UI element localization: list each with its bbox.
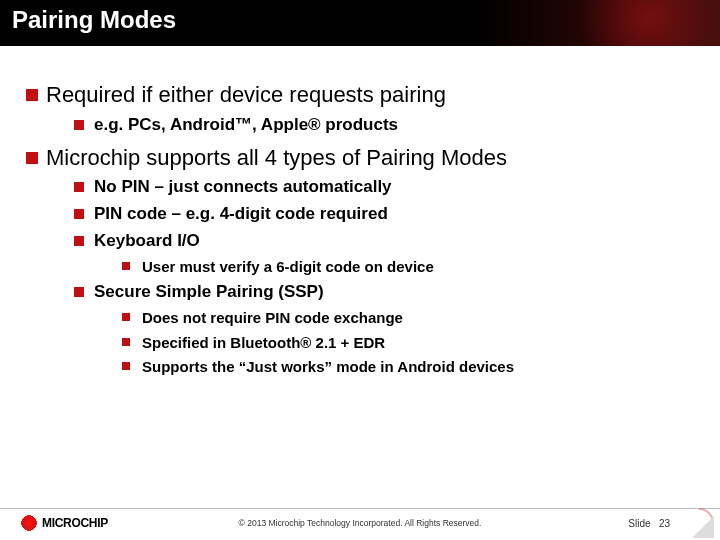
bullet-text: Microchip supports all 4 types of Pairin… [46, 145, 507, 170]
footer: MICROCHIP © 2013 Microchip Technology In… [0, 506, 720, 540]
bullet-text: Does not require PIN code exchange [142, 309, 403, 326]
page-label: Slide [628, 518, 650, 529]
bullet-l3: Specified in Bluetooth® 2.1 + EDR [120, 333, 702, 353]
bullet-l3: User must verify a 6-digit code on devic… [120, 257, 702, 277]
bullet-text: Required if either device requests pairi… [46, 82, 446, 107]
bullet-text: Supports the “Just works” mode in Androi… [142, 358, 514, 375]
bullet-text: Specified in Bluetooth® 2.1 + EDR [142, 334, 385, 351]
microchip-logo-icon [20, 514, 38, 532]
page-curl-icon [686, 510, 714, 538]
page-number: Slide 23 [628, 518, 670, 529]
copyright-text: © 2013 Microchip Technology Incorporated… [239, 518, 482, 528]
bullet-text: Secure Simple Pairing (SSP) [94, 282, 324, 301]
slide-content: Required if either device requests pairi… [0, 46, 720, 377]
bullet-l1: Microchip supports all 4 types of Pairin… [24, 143, 702, 377]
slide-title: Pairing Modes [12, 6, 708, 34]
bullet-text: User must verify a 6-digit code on devic… [142, 258, 434, 275]
microchip-logo: MICROCHIP [20, 514, 108, 532]
microchip-logo-text: MICROCHIP [42, 516, 108, 530]
bullet-l3: Supports the “Just works” mode in Androi… [120, 357, 702, 377]
bullet-l2: Secure Simple Pairing (SSP) Does not req… [72, 281, 702, 377]
bullet-l2: PIN code – e.g. 4-digit code required [72, 203, 702, 226]
bullet-text: Keyboard I/O [94, 231, 200, 250]
page-num-value: 23 [659, 518, 670, 529]
title-bar: Pairing Modes [0, 0, 720, 46]
bullet-l2: Keyboard I/O User must verify a 6-digit … [72, 230, 702, 277]
bullet-l2: No PIN – just connects automatically [72, 176, 702, 199]
bullet-text: No PIN – just connects automatically [94, 177, 392, 196]
bullet-l1: Required if either device requests pairi… [24, 80, 702, 137]
bullet-text: e.g. PCs, Android™, Apple® products [94, 115, 398, 134]
bullet-l2: e.g. PCs, Android™, Apple® products [72, 114, 702, 137]
bullet-text: PIN code – e.g. 4-digit code required [94, 204, 388, 223]
bullet-l3: Does not require PIN code exchange [120, 308, 702, 328]
